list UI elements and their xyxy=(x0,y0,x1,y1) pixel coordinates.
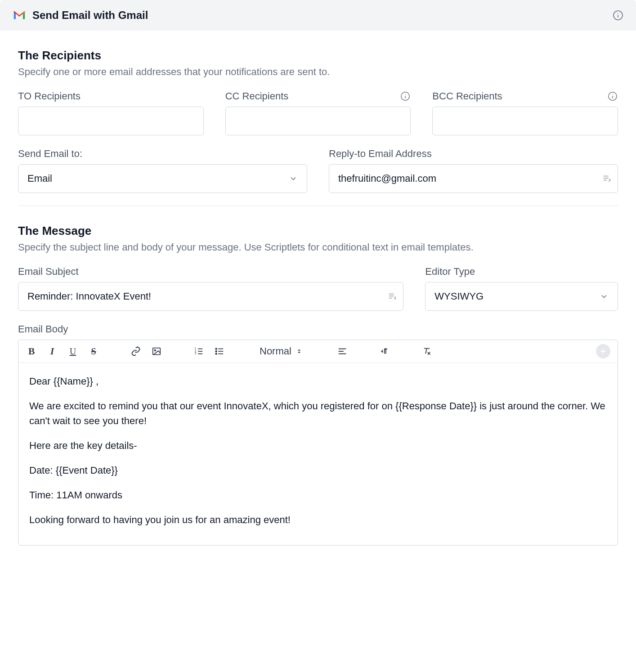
paragraph-format-value: Normal xyxy=(260,345,291,357)
bcc-recipients-label: BCC Recipients xyxy=(432,90,502,102)
add-button[interactable] xyxy=(596,344,610,358)
svg-point-30 xyxy=(215,353,217,354)
body-line: Dear {{Name}} , xyxy=(29,374,607,389)
chevron-down-icon xyxy=(600,292,609,301)
to-recipients-input[interactable] xyxy=(18,107,204,135)
editor-toolbar: B I U S 123 xyxy=(18,340,618,363)
text-direction-button[interactable] xyxy=(379,345,390,357)
editor-type-label: Editor Type xyxy=(425,266,475,278)
to-recipients-label: TO Recipients xyxy=(18,90,81,102)
image-button[interactable] xyxy=(151,345,162,357)
recipients-section-title: The Recipients xyxy=(18,49,618,63)
svg-point-28 xyxy=(215,348,217,349)
svg-point-5 xyxy=(405,94,406,94)
body-line: We are excited to remind you that our ev… xyxy=(29,399,607,428)
cc-recipients-label: CC Recipients xyxy=(225,90,289,102)
svg-marker-36 xyxy=(381,349,383,353)
message-section-title: The Message xyxy=(18,224,618,238)
reply-to-label: Reply-to Email Address xyxy=(329,148,432,160)
info-icon[interactable] xyxy=(607,91,618,102)
strikethrough-button[interactable]: S xyxy=(88,345,99,357)
rich-text-editor: B I U S 123 xyxy=(18,340,618,546)
email-subject-label: Email Subject xyxy=(18,266,79,278)
italic-button[interactable]: I xyxy=(46,345,58,357)
cc-recipients-input[interactable] xyxy=(225,107,411,135)
editor-type-select[interactable]: WYSIWYG xyxy=(425,282,618,311)
sort-icon xyxy=(296,347,302,355)
bcc-recipients-input[interactable] xyxy=(432,107,618,135)
body-line: Time: 11AM onwards xyxy=(29,488,607,502)
svg-point-8 xyxy=(612,94,613,94)
underline-button[interactable]: U xyxy=(67,345,79,357)
ordered-list-button[interactable]: 123 xyxy=(193,345,205,357)
svg-point-18 xyxy=(154,349,156,351)
insert-variable-icon[interactable] xyxy=(602,174,612,184)
unordered-list-button[interactable] xyxy=(214,345,225,357)
recipients-section-desc: Specify one or more email addresses that… xyxy=(18,66,618,78)
email-body-editor[interactable]: Dear {{Name}} , We are excited to remind… xyxy=(18,363,618,545)
link-button[interactable] xyxy=(130,345,142,357)
send-email-to-label: Send Email to: xyxy=(18,148,82,160)
editor-type-value: WYSIWYG xyxy=(434,291,484,302)
info-icon[interactable] xyxy=(613,10,623,21)
svg-text:3: 3 xyxy=(195,352,197,355)
clear-formatting-button[interactable] xyxy=(421,345,433,357)
chevron-down-icon xyxy=(289,174,298,183)
info-icon[interactable] xyxy=(400,91,411,102)
email-body-label: Email Body xyxy=(18,323,68,335)
message-section-desc: Specify the subject line and body of you… xyxy=(18,242,618,253)
body-line: Date: {{Event Date}} xyxy=(29,463,607,478)
reply-to-input[interactable] xyxy=(329,164,618,193)
align-button[interactable] xyxy=(336,345,348,357)
svg-point-2 xyxy=(618,13,618,14)
panel-title: Send Email with Gmail xyxy=(32,9,148,22)
svg-marker-32 xyxy=(298,352,300,354)
svg-marker-31 xyxy=(298,349,300,351)
section-divider xyxy=(18,206,618,206)
svg-point-29 xyxy=(215,351,217,352)
body-line: Here are the key details- xyxy=(29,438,607,453)
send-email-to-select[interactable]: Email xyxy=(18,164,307,193)
body-line: Looking forward to having you join us fo… xyxy=(29,512,607,527)
insert-variable-icon[interactable] xyxy=(387,291,397,301)
email-subject-input[interactable] xyxy=(18,282,403,311)
gmail-logo-icon xyxy=(13,10,26,20)
bold-button[interactable]: B xyxy=(26,345,37,357)
send-email-to-value: Email xyxy=(27,173,52,184)
panel-header: Send Email with Gmail xyxy=(0,0,636,31)
paragraph-format-select[interactable]: Normal xyxy=(256,345,306,357)
